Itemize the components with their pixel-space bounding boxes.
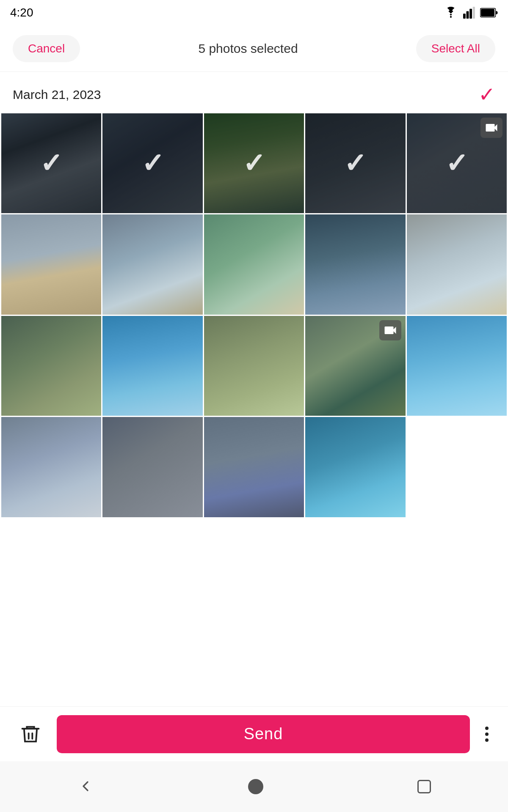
photo-cell-6[interactable] bbox=[1, 214, 101, 314]
photo-cell-10[interactable] bbox=[407, 214, 507, 314]
cancel-button[interactable]: Cancel bbox=[13, 35, 80, 62]
photo-cell-16[interactable] bbox=[1, 417, 101, 517]
status-bar: 4:20 bbox=[0, 0, 508, 25]
more-dot-2 bbox=[485, 732, 489, 736]
nav-back-button[interactable] bbox=[69, 769, 102, 804]
select-all-button[interactable]: Select All bbox=[416, 35, 495, 62]
photo-bg-9 bbox=[305, 214, 405, 314]
check-icon-4: ✓ bbox=[344, 148, 367, 179]
more-dot-1 bbox=[485, 727, 489, 730]
send-button[interactable]: Send bbox=[57, 715, 470, 753]
date-check-icon[interactable]: ✓ bbox=[478, 85, 495, 105]
svg-rect-3 bbox=[469, 9, 472, 19]
photo-cell-7[interactable] bbox=[102, 214, 202, 314]
nav-bar bbox=[0, 761, 508, 812]
video-badge-14 bbox=[379, 320, 401, 340]
signal-icon bbox=[463, 7, 475, 19]
svg-rect-2 bbox=[467, 11, 469, 19]
photo-bg-16 bbox=[1, 417, 101, 517]
photo-cell-4[interactable]: ✓ bbox=[305, 113, 405, 213]
header-title: 5 photos selected bbox=[198, 41, 298, 56]
photo-cell-13[interactable] bbox=[204, 316, 304, 416]
header: Cancel 5 photos selected Select All bbox=[0, 25, 508, 72]
video-icon bbox=[484, 120, 499, 135]
photo-cell-11[interactable] bbox=[1, 316, 101, 416]
photo-cell-8[interactable] bbox=[204, 214, 304, 314]
photo-cell-9[interactable] bbox=[305, 214, 405, 314]
back-icon bbox=[77, 778, 94, 795]
photo-bg-11 bbox=[1, 316, 101, 416]
nav-home-button[interactable] bbox=[240, 771, 272, 803]
check-icon-1: ✓ bbox=[40, 148, 63, 179]
date-label: March 21, 2023 bbox=[13, 88, 101, 102]
photo-bg-7 bbox=[102, 214, 202, 314]
photo-grid: ✓✓✓✓✓ bbox=[0, 113, 508, 517]
more-dot-3 bbox=[485, 738, 489, 742]
recent-square-icon bbox=[417, 780, 431, 793]
svg-rect-6 bbox=[481, 9, 494, 16]
photo-cell-18[interactable] bbox=[204, 417, 304, 517]
more-options-button[interactable] bbox=[478, 720, 495, 749]
nav-recent-button[interactable] bbox=[409, 771, 439, 802]
svg-point-0 bbox=[450, 16, 452, 18]
photo-cell-1[interactable]: ✓ bbox=[1, 113, 101, 213]
video-badge-5 bbox=[480, 118, 502, 138]
video-icon bbox=[383, 323, 398, 338]
status-icons bbox=[444, 7, 498, 19]
photo-bg-8 bbox=[204, 214, 304, 314]
photo-cell-5[interactable]: ✓ bbox=[407, 113, 507, 213]
photo-cell-12[interactable] bbox=[102, 316, 202, 416]
check-icon-2: ✓ bbox=[141, 148, 164, 179]
photo-cell-14[interactable] bbox=[305, 316, 405, 416]
wifi-icon bbox=[444, 7, 458, 19]
photo-cell-15[interactable] bbox=[407, 316, 507, 416]
action-bar: Send bbox=[0, 706, 508, 761]
photo-cell-3[interactable]: ✓ bbox=[204, 113, 304, 213]
status-time: 4:20 bbox=[10, 6, 33, 19]
photo-bg-19 bbox=[305, 417, 405, 517]
check-icon-3: ✓ bbox=[243, 148, 265, 179]
home-circle-icon bbox=[248, 779, 263, 794]
photo-bg-17 bbox=[102, 417, 202, 517]
delete-button[interactable] bbox=[13, 716, 48, 752]
photo-cell-17[interactable] bbox=[102, 417, 202, 517]
date-section: March 21, 2023 ✓ bbox=[0, 72, 508, 113]
photo-bg-18 bbox=[204, 417, 304, 517]
photo-bg-6 bbox=[1, 214, 101, 314]
check-icon-5: ✓ bbox=[445, 148, 468, 179]
photo-bg-15 bbox=[407, 316, 507, 416]
photo-bg-13 bbox=[204, 316, 304, 416]
photo-cell-2[interactable]: ✓ bbox=[102, 113, 202, 213]
photo-bg-12 bbox=[102, 316, 202, 416]
svg-rect-4 bbox=[473, 7, 475, 19]
svg-rect-1 bbox=[463, 14, 466, 19]
trash-icon bbox=[19, 723, 41, 745]
photo-cell-19[interactable] bbox=[305, 417, 405, 517]
battery-icon bbox=[480, 8, 498, 18]
photo-bg-10 bbox=[407, 214, 507, 314]
